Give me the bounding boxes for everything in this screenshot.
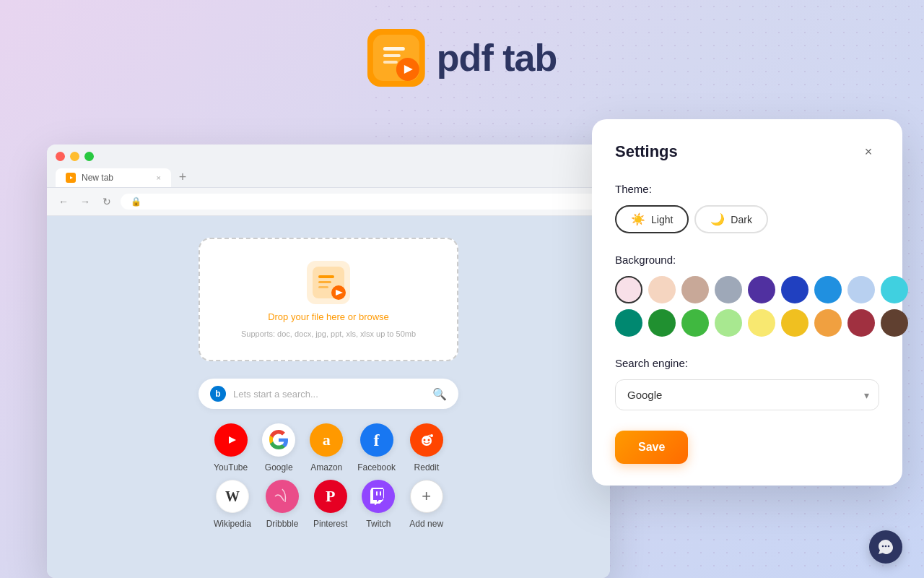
color-swatch-13[interactable] — [748, 309, 775, 337]
svg-point-22 — [430, 434, 433, 437]
drop-text: Drop your file here or browse — [268, 311, 389, 322]
color-swatch-2[interactable] — [681, 276, 709, 303]
drop-zone[interactable]: Drop your file here or browse Supports: … — [199, 238, 458, 361]
dribbble-icon — [266, 480, 299, 513]
new-tab-btn[interactable]: + — [173, 167, 193, 187]
shortcut-youtube[interactable]: YouTube — [214, 423, 248, 473]
pinterest-icon: P — [314, 480, 347, 513]
search-magnifier-icon: 🔍 — [432, 387, 447, 401]
color-swatch-1[interactable] — [648, 276, 676, 303]
color-swatch-17[interactable] — [881, 309, 908, 337]
color-swatch-16[interactable] — [847, 309, 875, 337]
svg-rect-11 — [318, 275, 334, 278]
shortcut-label-google: Google — [265, 462, 293, 473]
theme-dark-label: Dark — [731, 214, 752, 225]
color-swatch-0[interactable] — [615, 276, 642, 303]
logo-area: pdf tab — [367, 29, 557, 87]
svg-point-21 — [427, 439, 430, 441]
shortcut-label-pinterest: Pinterest — [313, 519, 347, 529]
save-button[interactable]: Save — [615, 431, 688, 464]
color-grid — [615, 276, 879, 337]
color-swatch-7[interactable] — [847, 276, 875, 303]
theme-dark-btn[interactable]: 🌙 Dark — [694, 205, 768, 233]
browse-link[interactable]: browse — [359, 311, 389, 322]
search-bar[interactable]: b Lets start a search... 🔍 — [199, 379, 458, 409]
svg-rect-12 — [318, 281, 331, 283]
color-swatch-15[interactable] — [814, 309, 842, 337]
browser-tabs: New tab × + — [56, 167, 601, 187]
shortcut-twitch[interactable]: Save Twitch — [362, 480, 395, 529]
settings-panel: Settings × Theme: ☀️ Light 🌙 Dark Backgr… — [592, 119, 902, 486]
color-swatch-14[interactable] — [781, 309, 808, 337]
add-new-icon: + — [410, 480, 443, 513]
shortcut-facebook[interactable]: f Facebook — [357, 423, 396, 473]
settings-title: Settings — [615, 142, 678, 161]
shortcut-label-addnew: Add new — [409, 519, 443, 529]
dot-red[interactable] — [56, 152, 65, 161]
wikipedia-icon: W — [216, 480, 249, 513]
svg-point-20 — [423, 439, 425, 441]
shortcut-add-new[interactable]: + Add new — [409, 480, 443, 529]
shortcut-reddit[interactable]: Reddit — [410, 423, 443, 473]
shortcuts-grid-2: W Wikipedia Dribbble P Pinterest — [214, 480, 443, 529]
shortcut-wikipedia[interactable]: W Wikipedia — [214, 480, 251, 529]
theme-label: Theme: — [615, 183, 879, 195]
color-swatch-8[interactable] — [881, 276, 908, 303]
browser-content: Drop your file here or browse Supports: … — [47, 216, 610, 578]
facebook-icon: f — [360, 423, 393, 457]
search-engine-select[interactable]: Google Bing DuckDuckGo Yahoo — [615, 379, 879, 410]
shortcut-google[interactable]: Google — [262, 423, 295, 473]
twitch-icon — [362, 480, 395, 513]
color-swatch-11[interactable] — [681, 309, 709, 337]
color-swatch-5[interactable] — [781, 276, 808, 303]
shortcut-dribbble[interactable]: Dribbble — [266, 480, 299, 529]
shortcut-label-twitch-text: Twitch — [366, 519, 391, 529]
refresh-btn[interactable]: ↻ — [99, 194, 115, 210]
drop-icon — [307, 261, 350, 304]
shortcut-pinterest[interactable]: P Pinterest — [313, 480, 347, 529]
color-swatch-9[interactable] — [615, 309, 642, 337]
theme-light-label: Light — [651, 214, 673, 225]
background-label: Background: — [615, 254, 879, 266]
svg-rect-3 — [383, 54, 401, 57]
shortcut-amazon[interactable]: a Amazon — [310, 423, 343, 473]
theme-light-btn[interactable]: ☀️ Light — [615, 205, 689, 233]
google-icon — [262, 423, 295, 457]
color-swatch-10[interactable] — [648, 309, 676, 337]
logo-text: pdf tab — [437, 36, 557, 79]
dot-green[interactable] — [84, 152, 94, 161]
forward-btn[interactable]: → — [77, 194, 93, 210]
address-bar[interactable]: 🔒 — [121, 194, 601, 210]
color-swatch-4[interactable] — [748, 276, 775, 303]
sun-icon: ☀️ — [631, 212, 645, 226]
color-swatch-12[interactable] — [715, 309, 742, 337]
browser-mockup: New tab × + ← → ↻ 🔒 Drop your f — [47, 144, 610, 578]
chat-icon — [878, 539, 894, 555]
tab-label: New tab — [82, 173, 113, 183]
tab-favicon — [66, 173, 76, 183]
close-settings-btn[interactable]: × — [858, 141, 879, 163]
color-swatch-6[interactable] — [814, 276, 842, 303]
color-swatch-3[interactable] — [715, 276, 742, 303]
chat-bubble-btn[interactable] — [869, 530, 902, 564]
browser-tab-active[interactable]: New tab × — [56, 168, 171, 187]
theme-section: Theme: ☀️ Light 🌙 Dark — [615, 183, 879, 233]
address-lock-icon: 🔒 — [131, 197, 141, 207]
search-input-placeholder[interactable]: Lets start a search... — [233, 389, 425, 400]
tab-close-btn[interactable]: × — [157, 173, 161, 182]
back-btn[interactable]: ← — [56, 194, 71, 210]
amazon-icon: a — [310, 423, 343, 457]
shortcut-label-reddit: Reddit — [414, 462, 440, 473]
browser-dots — [56, 152, 601, 161]
drop-support: Supports: doc, docx, jpg, ppt, xls, xlsx… — [241, 329, 416, 338]
svg-point-19 — [422, 436, 432, 446]
svg-point-28 — [885, 545, 887, 548]
settings-header: Settings × — [615, 141, 879, 163]
logo-icon — [367, 29, 425, 87]
browser-toolbar: ← → ↻ 🔒 — [47, 188, 610, 216]
youtube-icon — [214, 423, 248, 457]
dot-yellow[interactable] — [70, 152, 79, 161]
background-section: Background: — [615, 254, 879, 337]
shortcut-label-amazon: Amazon — [310, 462, 342, 473]
reddit-icon — [410, 423, 443, 457]
